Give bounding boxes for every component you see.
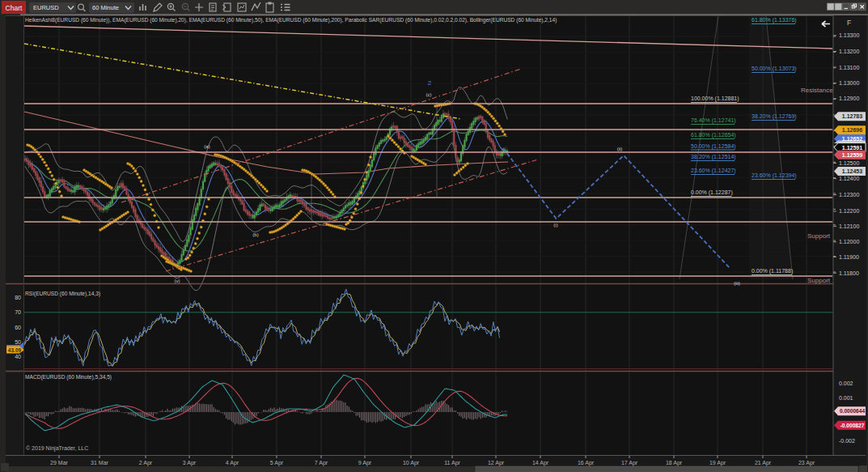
svg-text:1.13200: 1.13200 — [839, 49, 859, 54]
svg-text:23 Apr: 23 Apr — [798, 460, 815, 466]
svg-text:1.12453: 1.12453 — [842, 168, 862, 174]
svg-text:19 Apr: 19 Apr — [709, 460, 726, 466]
svg-text:70: 70 — [15, 309, 21, 315]
svg-text:1.12591: 1.12591 — [842, 145, 862, 151]
svg-text:1.12500: 1.12500 — [839, 160, 859, 166]
svg-text:50: 50 — [15, 339, 21, 345]
svg-text:1.11800: 1.11800 — [839, 270, 859, 276]
svg-text:80: 80 — [15, 295, 21, 300]
svg-text:Chart: Chart — [6, 4, 23, 12]
svg-text:61.80% (1.13376): 61.80% (1.13376) — [752, 17, 797, 23]
svg-text:Support: Support — [807, 232, 831, 240]
svg-text:0.00% (1.11788): 0.00% (1.11788) — [752, 268, 793, 274]
svg-text:1.13000: 1.13000 — [839, 80, 859, 86]
svg-text:-0.002: -0.002 — [839, 438, 855, 444]
svg-text:(iii): (iii) — [734, 281, 740, 286]
svg-text:(i): (i) — [553, 223, 557, 227]
svg-text:Resistance: Resistance — [801, 87, 833, 94]
svg-text:4 Apr: 4 Apr — [226, 460, 239, 466]
svg-text:1.12900: 1.12900 — [839, 96, 859, 101]
svg-text:MACD(EURUSD (60 Minute),5,34,5: MACD(EURUSD (60 Minute),5,34,5) — [25, 374, 112, 381]
svg-text:60 Minute: 60 Minute — [92, 4, 119, 11]
svg-text:(v): (v) — [175, 279, 180, 283]
svg-text:100.00% (1.12881): 100.00% (1.12881) — [691, 96, 739, 102]
svg-text:31 Mar: 31 Mar — [91, 460, 108, 466]
svg-text:1.13300: 1.13300 — [839, 32, 859, 38]
svg-text:-0.000827: -0.000827 — [840, 423, 865, 428]
svg-text:HeikenAshi8(EURUSD (60 Minute): HeikenAshi8(EURUSD (60 Minute)), EMA(EUR… — [25, 17, 557, 23]
svg-text:29 Mar: 29 Mar — [50, 460, 68, 466]
svg-text:3 Apr: 3 Apr — [183, 460, 197, 466]
svg-text:(a): (a) — [204, 144, 210, 149]
svg-text:16 Apr: 16 Apr — [578, 460, 595, 466]
svg-text:1.12696: 1.12696 — [842, 127, 862, 133]
svg-text:38.20% (1.12514): 38.20% (1.12514) — [691, 154, 736, 160]
svg-text:1.12300: 1.12300 — [839, 192, 859, 198]
svg-text:2 Apr: 2 Apr — [139, 460, 153, 466]
svg-text:0.00% (1.12287): 0.00% (1.12287) — [691, 189, 733, 196]
svg-text:50.00% (1.12584): 50.00% (1.12584) — [691, 143, 736, 150]
svg-text:10 Apr: 10 Apr — [403, 460, 420, 466]
svg-text:1.12100: 1.12100 — [839, 223, 859, 229]
svg-text:23.60% (1.12427): 23.60% (1.12427) — [691, 168, 736, 174]
svg-text:12 Apr: 12 Apr — [488, 460, 505, 466]
svg-text:1.12652: 1.12652 — [842, 136, 862, 142]
svg-text:23.60% (1.12394): 23.60% (1.12394) — [752, 172, 797, 179]
svg-text:5 Apr: 5 Apr — [270, 460, 284, 466]
svg-text:9 Apr: 9 Apr — [358, 460, 372, 466]
svg-text:0.002: 0.002 — [839, 381, 853, 386]
svg-text:38.20% (1.12769): 38.20% (1.12769) — [752, 113, 797, 120]
svg-text:1.12783: 1.12783 — [842, 113, 862, 119]
svg-text:61.80% (1.12654): 61.80% (1.12654) — [691, 132, 736, 138]
svg-text:1.13100: 1.13100 — [839, 65, 859, 70]
svg-text:14 Apr: 14 Apr — [532, 460, 549, 466]
svg-text:1.11900: 1.11900 — [839, 254, 859, 260]
svg-text:60: 60 — [15, 325, 21, 330]
svg-text:(ii): (ii) — [617, 147, 623, 151]
svg-text:Support: Support — [807, 277, 831, 284]
svg-text:0.001: 0.001 — [839, 395, 853, 401]
svg-text:18 Apr: 18 Apr — [666, 460, 683, 466]
svg-text:1.12200: 1.12200 — [839, 208, 859, 214]
svg-text:1.12559: 1.12559 — [842, 152, 862, 158]
svg-text:76.40% (1.12741): 76.40% (1.12741) — [691, 117, 736, 124]
svg-text:40: 40 — [15, 354, 21, 359]
svg-text:17 Apr: 17 Apr — [621, 460, 638, 466]
svg-text:2: 2 — [428, 79, 432, 87]
svg-text:RSI(EURUSD (60 Minute),14,3): RSI(EURUSD (60 Minute),14,3) — [25, 291, 100, 297]
svg-text:© 2019 NinjaTrader, LLC: © 2019 NinjaTrader, LLC — [26, 445, 88, 452]
svg-text:(b): (b) — [252, 232, 258, 237]
svg-text:EURUSD: EURUSD — [33, 4, 59, 11]
svg-text:43.09: 43.09 — [8, 347, 22, 353]
svg-text:50.00% (1.13073): 50.00% (1.13073) — [752, 66, 797, 72]
svg-text:7 Apr: 7 Apr — [315, 460, 328, 466]
svg-text:1.12400: 1.12400 — [839, 176, 859, 181]
svg-text:(c): (c) — [426, 92, 432, 97]
svg-text:11 Apr: 11 Apr — [444, 460, 460, 466]
svg-text:1.12000: 1.12000 — [839, 239, 859, 245]
svg-text:F: F — [847, 19, 851, 27]
svg-text:21 Apr: 21 Apr — [755, 460, 772, 466]
svg-text:0.0000644: 0.0000644 — [840, 408, 866, 414]
